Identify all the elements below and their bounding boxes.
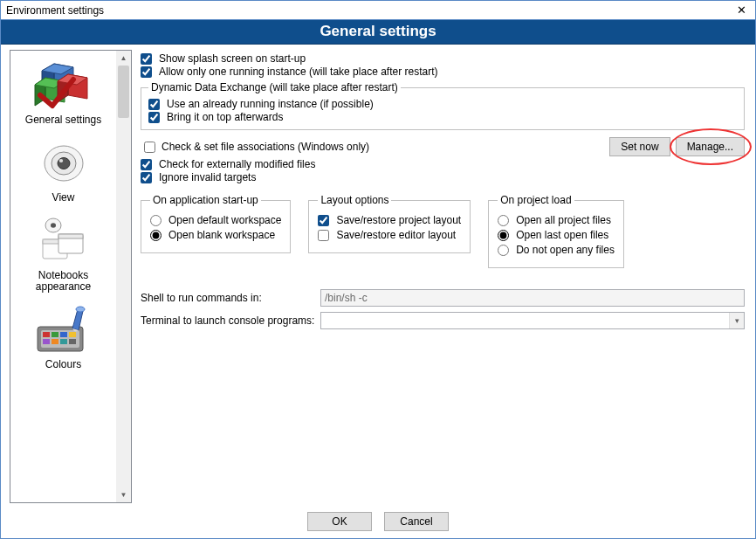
shell-label: Shell to run commands in: bbox=[141, 292, 315, 304]
svg-point-12 bbox=[58, 159, 62, 162]
project-load-none-label: Do not open any files bbox=[516, 244, 615, 256]
svg-rect-21 bbox=[43, 332, 50, 337]
shell-row: Shell to run commands in: bbox=[141, 289, 745, 307]
dde-use-running-row: Use an already running instance (if poss… bbox=[148, 98, 737, 110]
sidebar-item-label: View bbox=[52, 192, 75, 204]
chevron-down-icon[interactable]: ▾ bbox=[729, 313, 744, 328]
scroll-down-icon[interactable]: ▼ bbox=[116, 487, 131, 502]
dde-bring-top-checkbox[interactable] bbox=[148, 112, 160, 123]
notebooks-icon bbox=[32, 215, 95, 267]
layout-project-checkbox[interactable] bbox=[318, 215, 329, 226]
sidebar-item-notebooks-appearance[interactable]: Notebooks appearance bbox=[10, 211, 116, 301]
layout-editor-checkbox[interactable] bbox=[318, 230, 329, 241]
layout-editor-label: Save/restore editor layout bbox=[336, 229, 456, 241]
project-load-all-radio[interactable] bbox=[498, 215, 509, 226]
sidebar-item-general-settings[interactable]: General settings bbox=[10, 56, 116, 134]
manage-button[interactable]: Manage... bbox=[676, 137, 745, 156]
project-load-all-row: Open all project files bbox=[498, 214, 615, 226]
startup-blank-label: Open blank workspace bbox=[168, 229, 275, 241]
settings-sidebar: General settings View bbox=[10, 50, 132, 503]
dde-bring-top-row: Bring it on top afterwards bbox=[148, 111, 737, 123]
single-instance-checkbox-row: Allow only one running instance (will ta… bbox=[141, 66, 745, 78]
project-load-last-radio[interactable] bbox=[498, 230, 509, 241]
project-load-last-row: Open last open files bbox=[498, 229, 615, 241]
svg-point-14 bbox=[51, 223, 56, 228]
dde-use-running-label: Use an already running instance (if poss… bbox=[167, 98, 374, 110]
settings-main: Show splash screen on start-up Allow onl… bbox=[139, 50, 746, 503]
sidebar-item-label: Colours bbox=[45, 359, 81, 371]
splash-checkbox-row: Show splash screen on start-up bbox=[141, 52, 745, 65]
layout-editor-row: Save/restore editor layout bbox=[318, 229, 461, 241]
project-load-group: On project load Open all project files O… bbox=[488, 194, 624, 268]
dde-legend: Dynamic Data Exchange (will take place a… bbox=[148, 81, 401, 93]
startup-default-row: Open default workspace bbox=[150, 214, 281, 226]
content-area: General settings View bbox=[1, 45, 755, 503]
svg-rect-28 bbox=[69, 339, 76, 344]
svg-rect-26 bbox=[52, 339, 58, 344]
svg-rect-27 bbox=[60, 339, 67, 344]
startup-legend: On application start-up bbox=[150, 194, 261, 206]
svg-rect-18 bbox=[58, 234, 83, 238]
sidebar-item-view[interactable]: View bbox=[10, 134, 116, 211]
cancel-button[interactable]: Cancel bbox=[384, 512, 449, 531]
file-assoc-label: Check & set file associations (Windows o… bbox=[162, 141, 369, 153]
shell-input[interactable] bbox=[320, 289, 745, 307]
dde-bring-top-label: Bring it on top afterwards bbox=[167, 111, 283, 123]
page-title-band: General settings bbox=[1, 20, 755, 45]
file-assoc-row: Check & set file associations (Windows o… bbox=[141, 137, 745, 156]
layout-project-label: Save/restore project layout bbox=[336, 214, 461, 226]
ignore-targets-label: Ignore invalid targets bbox=[159, 171, 256, 183]
dde-group: Dynamic Data Exchange (will take place a… bbox=[141, 81, 745, 130]
single-instance-label: Allow only one running instance (will ta… bbox=[159, 66, 438, 78]
file-assoc-checkbox[interactable] bbox=[144, 142, 155, 153]
startup-default-radio[interactable] bbox=[150, 215, 162, 226]
colours-icon bbox=[32, 304, 95, 356]
project-load-legend: On project load bbox=[498, 194, 574, 206]
svg-point-11 bbox=[58, 157, 70, 169]
general-settings-icon bbox=[32, 59, 95, 112]
splash-checkbox[interactable] bbox=[141, 53, 152, 65]
project-load-last-label: Open last open files bbox=[516, 229, 608, 241]
startup-blank-radio[interactable] bbox=[150, 230, 162, 241]
scroll-track[interactable] bbox=[116, 118, 131, 487]
page-title: General settings bbox=[320, 23, 436, 39]
splash-label: Show splash screen on start-up bbox=[159, 52, 306, 65]
startup-blank-row: Open blank workspace bbox=[150, 229, 281, 241]
ext-modified-checkbox[interactable] bbox=[141, 159, 152, 170]
layout-group: Layout options Save/restore project layo… bbox=[308, 194, 471, 253]
project-load-none-radio[interactable] bbox=[498, 245, 509, 256]
layout-project-row: Save/restore project layout bbox=[318, 214, 461, 226]
dde-use-running-checkbox[interactable] bbox=[148, 99, 160, 110]
svg-rect-22 bbox=[52, 332, 58, 337]
ok-button[interactable]: OK bbox=[307, 512, 372, 531]
dialog-footer: OK Cancel bbox=[1, 503, 755, 531]
svg-rect-23 bbox=[60, 332, 67, 337]
view-icon bbox=[32, 137, 95, 190]
project-load-all-label: Open all project files bbox=[516, 214, 611, 226]
scroll-thumb[interactable] bbox=[118, 66, 129, 118]
svg-rect-25 bbox=[43, 339, 50, 344]
set-now-button[interactable]: Set now bbox=[609, 137, 670, 156]
project-load-none-row: Do not open any files bbox=[498, 244, 615, 256]
sidebar-scrollbar[interactable]: ▲ ▼ bbox=[116, 51, 131, 502]
close-icon[interactable]: ✕ bbox=[731, 3, 752, 18]
ignore-targets-checkbox[interactable] bbox=[141, 172, 152, 183]
sidebar-item-label: Notebooks appearance bbox=[14, 270, 113, 294]
layout-legend: Layout options bbox=[318, 194, 391, 206]
titlebar: Environment settings ✕ bbox=[1, 1, 755, 20]
single-instance-checkbox[interactable] bbox=[141, 66, 152, 78]
terminal-row: Terminal to launch console programs: ▾ bbox=[141, 312, 745, 329]
sidebar-list: General settings View bbox=[10, 51, 116, 378]
terminal-combo[interactable]: ▾ bbox=[320, 312, 745, 329]
terminal-label: Terminal to launch console programs: bbox=[141, 314, 315, 327]
scroll-up-icon[interactable]: ▲ bbox=[116, 51, 131, 66]
startup-default-label: Open default workspace bbox=[168, 214, 281, 226]
ext-modified-label: Check for externally modified files bbox=[159, 158, 315, 170]
window-title: Environment settings bbox=[6, 4, 104, 17]
file-assoc-buttons: Set now Manage... bbox=[609, 137, 745, 156]
svg-point-29 bbox=[76, 307, 85, 312]
startup-group: On application start-up Open default wor… bbox=[141, 194, 291, 253]
ext-modified-row: Check for externally modified files bbox=[141, 158, 745, 170]
sidebar-item-label: General settings bbox=[25, 114, 101, 127]
sidebar-item-colours[interactable]: Colours bbox=[10, 301, 116, 378]
